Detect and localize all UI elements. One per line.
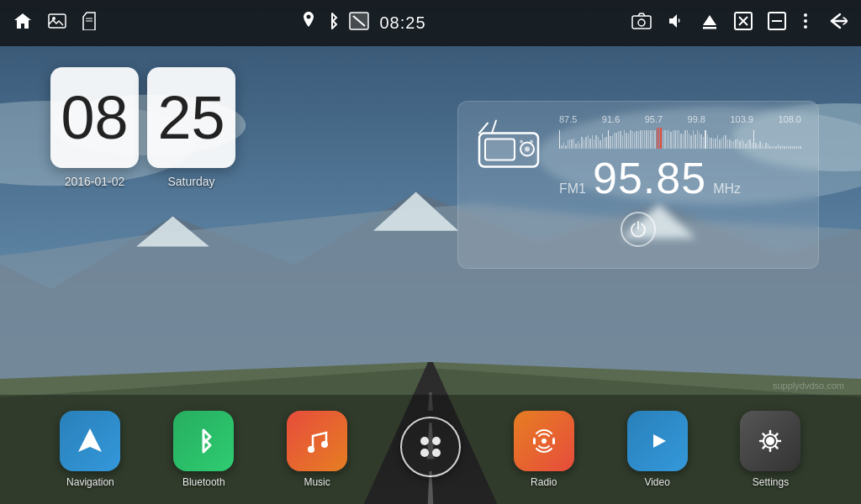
svg-line-39	[492, 121, 496, 134]
bluetooth-icon[interactable]	[173, 411, 234, 471]
svg-point-51	[766, 437, 774, 445]
radio-freq-labels: 87.5 91.6 95.7 99.8 103.9 108.0	[559, 114, 801, 124]
minimize-icon[interactable]	[768, 12, 786, 34]
video-icon[interactable]	[627, 411, 688, 471]
svg-point-31	[804, 13, 807, 17]
app-settings[interactable]: Settings	[740, 411, 800, 488]
svg-point-40	[520, 140, 523, 144]
statusbar-center: 08:25	[302, 12, 425, 34]
svg-point-47	[432, 449, 441, 457]
statusbar-left	[13, 12, 97, 34]
bluetooth-label: Bluetooth	[182, 476, 225, 488]
freq-label-3: 99.8	[688, 114, 705, 124]
apps-grid-icon[interactable]	[400, 417, 461, 477]
freq-bars	[559, 128, 801, 149]
freq-label-5: 108.0	[778, 114, 801, 124]
clock-digits: 08 25	[50, 67, 235, 168]
statusbar: 08:25	[0, 0, 861, 46]
radio-frequency: 95.85	[593, 153, 706, 203]
clock-widget: 08 25 2016-01-02 Saturday	[50, 67, 235, 188]
navigation-icon[interactable]	[60, 411, 120, 471]
freq-label-4: 103.9	[730, 114, 753, 124]
svg-rect-25	[703, 27, 716, 29]
radio-icon-area	[475, 114, 542, 176]
freq-label-1: 91.6	[602, 114, 620, 124]
music-icon[interactable]	[287, 411, 347, 471]
video-label: Video	[644, 476, 669, 488]
statusbar-right	[631, 12, 848, 34]
clock-minute-tile: 25	[147, 67, 235, 168]
svg-point-44	[420, 437, 429, 445]
music-label: Music	[304, 476, 330, 488]
radio-label: Radio	[531, 476, 557, 488]
svg-point-32	[804, 19, 807, 23]
svg-point-46	[420, 449, 429, 457]
app-video[interactable]: Video	[627, 411, 688, 488]
clock-date: 2016-01-02	[50, 175, 139, 188]
app-radio[interactable]: Radio	[514, 411, 574, 488]
svg-rect-35	[485, 139, 515, 160]
close-icon[interactable]	[734, 12, 753, 34]
status-time: 08:25	[379, 13, 425, 33]
radio-unit: MHz	[713, 181, 741, 197]
sdcard-icon[interactable]	[82, 12, 97, 34]
radio-top: 87.5 91.6 95.7 99.8 103.9 108.0 FM1 95.8…	[475, 114, 801, 203]
bluetooth-status-icon	[325, 12, 339, 34]
app-music[interactable]: Music	[287, 411, 347, 488]
eject-icon[interactable]	[700, 12, 719, 34]
app-dock: Navigation Bluetooth Music	[0, 395, 861, 504]
radio-power	[475, 212, 801, 247]
clock-hour-tile: 08	[50, 67, 139, 168]
svg-point-33	[804, 25, 807, 29]
settings-icon[interactable]	[740, 411, 800, 471]
camera-icon[interactable]	[631, 13, 652, 34]
radio-power-button[interactable]	[621, 212, 656, 247]
app-launcher[interactable]	[400, 417, 461, 482]
watermark: supplydvdso.com	[773, 381, 844, 391]
svg-rect-49	[552, 438, 555, 444]
svg-point-24	[638, 19, 645, 26]
app-bluetooth[interactable]: Bluetooth	[173, 411, 234, 488]
app-navigation[interactable]: Navigation	[60, 411, 120, 488]
signal-icon	[349, 12, 369, 34]
svg-point-37	[525, 147, 530, 152]
volume-icon[interactable]	[667, 12, 685, 34]
radio-main-display: FM1 95.85 MHz	[559, 153, 801, 203]
svg-point-42	[308, 446, 314, 453]
radio-device-icon	[475, 114, 542, 173]
clock-hour: 08	[61, 83, 128, 152]
navigation-label: Navigation	[66, 476, 114, 488]
svg-point-45	[432, 437, 441, 445]
svg-marker-50	[653, 434, 666, 448]
clock-day: Saturday	[147, 175, 235, 188]
svg-rect-48	[533, 438, 536, 444]
gallery-icon[interactable]	[48, 13, 66, 33]
radio-freq-area: 87.5 91.6 95.7 99.8 103.9 108.0 FM1 95.8…	[559, 114, 801, 203]
svg-point-43	[321, 441, 328, 448]
radio-band: FM1	[559, 181, 586, 197]
back-icon[interactable]	[825, 12, 848, 34]
menu-icon[interactable]	[801, 12, 810, 34]
svg-point-41	[530, 140, 533, 144]
radio-widget: 87.5 91.6 95.7 99.8 103.9 108.0 FM1 95.8…	[457, 101, 819, 269]
svg-line-38	[479, 123, 488, 134]
freq-label-0: 87.5	[559, 114, 577, 124]
clock-minute: 25	[157, 83, 224, 152]
freq-label-2: 95.7	[645, 114, 663, 124]
location-icon	[302, 12, 315, 34]
clock-date-row: 2016-01-02 Saturday	[50, 175, 235, 188]
settings-label: Settings	[753, 476, 789, 488]
radio-icon[interactable]	[514, 411, 574, 471]
home-icon[interactable]	[13, 12, 33, 34]
